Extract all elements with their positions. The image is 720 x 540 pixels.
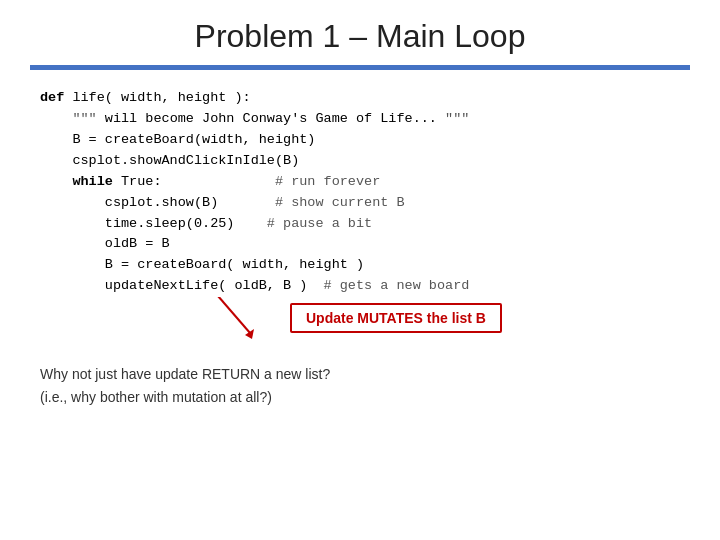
slide-title: Problem 1 – Main Loop <box>40 18 680 55</box>
content-area: def life( width, height ): """ will beco… <box>0 70 720 540</box>
code-line-9: B = createBoard( width, height ) <box>40 255 680 276</box>
code-line-8: oldB = B <box>40 234 680 255</box>
code-line-1: def life( width, height ): <box>40 88 680 109</box>
slide: Problem 1 – Main Loop def life( width, h… <box>0 0 720 540</box>
bottom-line-2: (i.e., why bother with mutation at all?) <box>40 386 680 408</box>
code-line-4: csplot.showAndClickInIdle(B) <box>40 151 680 172</box>
callout-label: Update MUTATES the list B <box>290 303 502 333</box>
title-bar: Problem 1 – Main Loop <box>0 0 720 65</box>
code-line-3: B = createBoard(width, height) <box>40 130 680 151</box>
code-line-2: """ will become John Conway's Game of Li… <box>40 109 680 130</box>
code-line-7: time.sleep(0.25) # pause a bit <box>40 214 680 235</box>
code-line-10: updateNextLife( oldB, B ) # gets a new b… <box>40 276 680 297</box>
callout-arrow-icon <box>210 291 260 341</box>
bottom-line-1: Why not just have update RETURN a new li… <box>40 363 680 385</box>
code-block: def life( width, height ): """ will beco… <box>40 88 680 297</box>
bottom-text: Why not just have update RETURN a new li… <box>40 363 680 408</box>
code-line-5: while True: # run forever <box>40 172 680 193</box>
svg-marker-1 <box>245 329 254 339</box>
svg-line-0 <box>218 296 250 333</box>
callout-container: Update MUTATES the list B <box>210 299 680 341</box>
code-line-6: csplot.show(B) # show current B <box>40 193 680 214</box>
